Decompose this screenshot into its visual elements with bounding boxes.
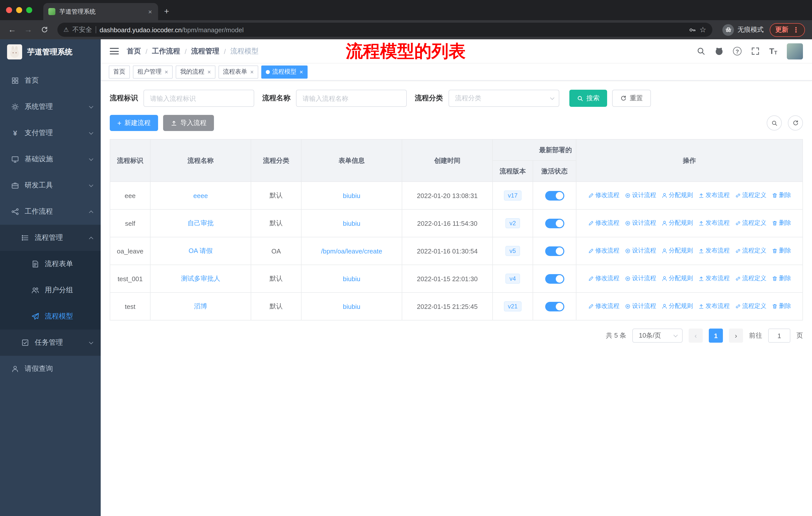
process-category-select[interactable]: 流程分类 — [448, 90, 559, 107]
window-zoom-button[interactable] — [26, 7, 32, 13]
page-size-select[interactable]: 10条/页 — [632, 329, 683, 343]
action-publish-link[interactable]: 发布流程 — [698, 219, 730, 227]
window-minimize-button[interactable] — [16, 7, 22, 13]
action-definition-link[interactable]: 流程定义 — [735, 274, 766, 283]
browser-tab[interactable]: 芋道管理系统 × — [43, 3, 158, 20]
next-page-button[interactable]: › — [729, 329, 743, 343]
sidebar-item-home[interactable]: 首页 — [0, 67, 101, 94]
sidebar-item-dev-tools[interactable]: 研发工具 — [0, 172, 101, 198]
sidebar-item-workflow[interactable]: 工作流程 — [0, 198, 101, 225]
address-bar[interactable]: ⚠ 不安全 dashboard.yudao.iocoder.cn/bpm/man… — [57, 23, 712, 37]
action-design-link[interactable]: 设计流程 — [625, 274, 656, 283]
action-publish-link[interactable]: 发布流程 — [698, 302, 730, 311]
form-info-link[interactable]: biubiu — [343, 219, 360, 227]
action-publish-link[interactable]: 发布流程 — [698, 247, 730, 255]
sidebar-item-task-management[interactable]: 任务管理 — [0, 330, 101, 356]
action-delete-link[interactable]: 删除 — [772, 247, 791, 255]
prev-page-button[interactable]: ‹ — [689, 329, 703, 343]
active-toggle[interactable] — [545, 191, 564, 200]
sidebar-item-process-model[interactable]: 流程模型 — [0, 303, 101, 330]
active-toggle[interactable] — [545, 246, 564, 256]
tag-process-form[interactable]: 流程表单 × — [219, 65, 258, 78]
goto-page-input[interactable] — [768, 329, 790, 343]
action-edit-link[interactable]: 修改流程 — [588, 219, 619, 227]
reload-button[interactable] — [37, 23, 51, 37]
password-key-icon[interactable] — [689, 26, 696, 33]
tag-tenant-management[interactable]: 租户管理 × — [133, 65, 173, 78]
model-name-link[interactable]: 滔博 — [194, 302, 207, 310]
action-assign-rule-link[interactable]: 分配规则 — [661, 219, 693, 227]
form-info-link[interactable]: /bpm/oa/leave/create — [321, 247, 382, 255]
page-number-button[interactable]: 1 — [709, 329, 723, 343]
action-design-link[interactable]: 设计流程 — [625, 247, 656, 255]
reset-button[interactable]: 重置 — [612, 90, 651, 107]
sidebar-item-payment-management[interactable]: ¥ 支付管理 — [0, 120, 101, 146]
model-name-link[interactable]: eeee — [193, 192, 208, 199]
action-definition-link[interactable]: 流程定义 — [735, 247, 766, 255]
window-close-button[interactable] — [6, 7, 12, 13]
sidebar-item-process-management[interactable]: 流程管理 — [0, 225, 101, 251]
action-assign-rule-link[interactable]: 分配规则 — [661, 247, 693, 255]
toggle-search-button[interactable] — [767, 115, 782, 131]
action-definition-link[interactable]: 流程定义 — [735, 302, 766, 311]
breadcrumb-home[interactable]: 首页 — [127, 47, 141, 56]
action-assign-rule-link[interactable]: 分配规则 — [661, 191, 693, 200]
sidebar-item-leave-query[interactable]: 请假查询 — [0, 356, 101, 382]
user-avatar[interactable] — [787, 43, 803, 59]
search-button[interactable]: 搜索 — [569, 90, 607, 107]
fullscreen-icon[interactable] — [751, 47, 760, 55]
back-button[interactable]: ← — [5, 23, 19, 37]
close-icon[interactable]: × — [299, 68, 303, 75]
sidebar-toggle-icon[interactable] — [110, 48, 119, 54]
browser-menu-icon[interactable]: ⋮ — [792, 26, 800, 34]
action-assign-rule-link[interactable]: 分配规则 — [661, 274, 693, 283]
update-button[interactable]: 更新 ⋮ — [770, 23, 805, 36]
close-icon[interactable]: × — [250, 68, 254, 75]
sidebar-item-user-group[interactable]: 用户分组 — [0, 277, 101, 303]
refresh-table-button[interactable] — [788, 115, 803, 131]
action-edit-link[interactable]: 修改流程 — [588, 247, 619, 255]
model-name-link[interactable]: 自己审批 — [187, 219, 214, 227]
action-definition-link[interactable]: 流程定义 — [735, 191, 766, 200]
active-toggle[interactable] — [545, 302, 564, 311]
github-icon[interactable] — [715, 47, 723, 55]
search-icon[interactable] — [697, 47, 705, 55]
forward-button[interactable]: → — [21, 23, 35, 37]
tag-my-process[interactable]: 我的流程 × — [176, 65, 215, 78]
active-toggle[interactable] — [545, 218, 564, 228]
process-name-input[interactable] — [296, 90, 407, 107]
breadcrumb-workflow[interactable]: 工作流程 — [152, 47, 180, 56]
create-process-button[interactable]: + 新建流程 — [110, 115, 158, 131]
process-key-input[interactable] — [143, 90, 254, 107]
model-name-link[interactable]: 测试多审批人 — [181, 275, 220, 282]
action-definition-link[interactable]: 流程定义 — [735, 219, 766, 227]
sidebar-item-system-management[interactable]: 系统管理 — [0, 94, 101, 120]
action-delete-link[interactable]: 删除 — [772, 274, 791, 283]
action-delete-link[interactable]: 删除 — [772, 302, 791, 311]
close-icon[interactable]: × — [207, 68, 211, 75]
action-assign-rule-link[interactable]: 分配规则 — [661, 302, 693, 311]
action-design-link[interactable]: 设计流程 — [625, 191, 656, 200]
form-info-link[interactable]: biubiu — [343, 275, 360, 282]
tag-home[interactable]: 首页 — [109, 65, 130, 78]
action-publish-link[interactable]: 发布流程 — [698, 274, 730, 283]
active-toggle[interactable] — [545, 274, 564, 283]
tab-close-icon[interactable]: × — [147, 8, 153, 16]
form-info-link[interactable]: biubiu — [343, 192, 360, 199]
sidebar-item-infrastructure[interactable]: 基础设施 — [0, 146, 101, 172]
bookmark-star-icon[interactable]: ☆ — [699, 25, 706, 34]
action-publish-link[interactable]: 发布流程 — [698, 191, 730, 200]
sidebar-item-process-form[interactable]: 流程表单 — [0, 251, 101, 277]
action-edit-link[interactable]: 修改流程 — [588, 302, 619, 311]
action-design-link[interactable]: 设计流程 — [625, 302, 656, 311]
action-delete-link[interactable]: 删除 — [772, 219, 791, 227]
new-tab-button[interactable]: + — [158, 3, 175, 20]
action-edit-link[interactable]: 修改流程 — [588, 191, 619, 200]
breadcrumb-process-management[interactable]: 流程管理 — [191, 47, 220, 56]
font-size-icon[interactable]: TT — [769, 47, 777, 55]
tag-process-model[interactable]: 流程模型 × — [261, 65, 308, 78]
import-process-button[interactable]: 导入流程 — [163, 115, 214, 131]
action-delete-link[interactable]: 删除 — [772, 191, 791, 200]
model-name-link[interactable]: OA 请假 — [188, 247, 212, 254]
action-design-link[interactable]: 设计流程 — [625, 219, 656, 227]
